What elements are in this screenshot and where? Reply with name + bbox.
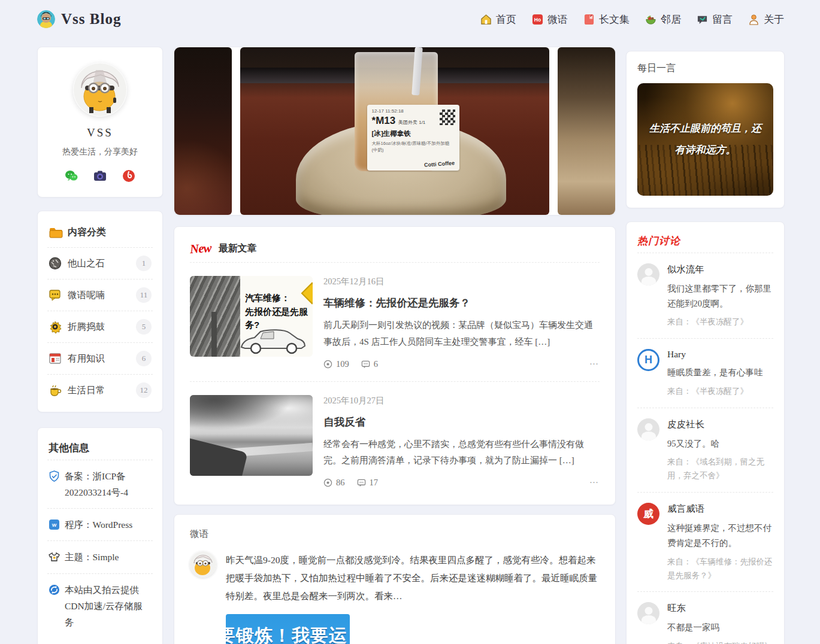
label-time: 12-17 11:52:18	[372, 108, 404, 114]
nav-item-home[interactable]: 首页	[480, 13, 516, 26]
info-text: 本站由又拍云提供CDN加速/云存储服务	[65, 582, 152, 630]
commenter-name: 威言威语	[667, 503, 773, 515]
svg-text:Ho: Ho	[534, 17, 541, 23]
nav-item-about[interactable]: 关于	[748, 13, 784, 26]
tshirt-icon	[49, 551, 60, 563]
camera-icon[interactable]	[93, 169, 107, 183]
thumb-shore	[190, 435, 248, 475]
nav-label: 微语	[547, 13, 568, 26]
label-code: *M13	[372, 115, 396, 126]
commenter-avatar	[637, 602, 659, 624]
netease-music-icon[interactable]	[122, 169, 135, 183]
latest-articles-title: 最新文章	[219, 242, 257, 255]
category-item-knowledge[interactable]: 有用知识 6	[47, 342, 153, 374]
carousel-slide-next[interactable]	[558, 47, 615, 215]
comment-text: 这种挺难界定，不过想不付费肯定是不行的。	[667, 521, 773, 550]
label-brand: Cotti Coffee	[424, 160, 455, 168]
nav-item-articles[interactable]: 长文集	[583, 13, 630, 26]
carousel-slide-prev[interactable]	[174, 47, 232, 215]
article-date: 2025年12月16日	[323, 276, 594, 287]
comment-source[interactable]: 来自：《半夜冻醒了》	[667, 315, 773, 329]
nav-item-messages[interactable]: 留言	[697, 13, 733, 26]
weiyu-avatar	[190, 551, 216, 578]
thumb-sketch-pole	[211, 312, 217, 357]
gear-icon	[49, 320, 62, 333]
nav-item-weiyu[interactable]: Ho 微语	[532, 13, 568, 26]
comment-source[interactable]: 来自：《半夜冻醒了》	[667, 385, 773, 399]
comment-source[interactable]: 来自：《车辆维修：先报价还是先服务？》	[667, 555, 773, 583]
daily-quote-title: 每日一言	[637, 62, 773, 75]
eye-icon	[323, 478, 332, 487]
commenter-name: Hary	[667, 349, 773, 360]
shield-icon	[49, 470, 60, 482]
hot-discussions-card: 热门讨论 似水流年 我们这里都零下了，你那里还能到20度啊。 来自：《半夜冻醒了…	[626, 221, 785, 644]
weiyu-post: 昨天气温9-20度，睡觉前一点都没感觉到冷。结果夜里四点多醒了，感觉有些冷。想着…	[190, 551, 600, 606]
weiyu-card: 微语 昨天气温9-20度，睡觉前一点都没感觉到冷。结果夜里四点多醒了，感觉有些冷…	[174, 514, 616, 644]
views-stat: 109	[323, 359, 349, 369]
other-info-card: 其他信息 备案：浙ICP备2022033214号-4 W 程序：WordPres…	[37, 427, 163, 644]
top-navbar: Vss Blog 首页 Ho 微语 长文集 邻居	[0, 0, 820, 38]
discussion-item[interactable]: H Hary 睡眠质量差，是有心事哇 来自：《半夜冻醒了》	[637, 338, 773, 408]
daily-quote-text: 生活不止眼前的苟且，还有诗和远方。	[646, 118, 765, 160]
article-row[interactable]: 2025年10月27日 自我反省 经常会有一种感觉，心里不踏实，总感觉有些有些什…	[190, 381, 600, 500]
category-label: 生活日常	[68, 384, 130, 397]
profile-avatar[interactable]	[73, 63, 127, 117]
article-body: 2025年10月27日 自我反省 经常会有一种感觉，心里不踏实，总感觉有些有些什…	[323, 395, 600, 488]
more-options-button[interactable]: …	[589, 475, 600, 485]
article-title[interactable]: 自我反省	[323, 415, 594, 429]
photo-carousel: 12-17 11:52:1810 *M13 美团外卖 1/1 [冰]生椰拿铁 大…	[174, 47, 616, 215]
site-title: Vss Blog	[61, 11, 121, 28]
category-count-badge: 5	[136, 319, 152, 335]
hot-discussions-title: 热门讨论	[637, 234, 773, 253]
label-sub: 美团外卖 1/1	[398, 120, 425, 125]
daily-quote-card: 每日一言 生活不止眼前的苟且，还有诗和远方。	[626, 51, 785, 208]
article-row[interactable]: 汽车维修： 先报价还是先服务? 2025年12月16日 车辆维修：先报价还是先服…	[190, 262, 600, 381]
upyun-cdn-icon	[49, 584, 60, 596]
categories-header: 内容分类	[47, 222, 153, 247]
info-text: 备案：浙ICP备2022033214号-4	[65, 468, 152, 500]
more-options-button[interactable]: …	[589, 357, 600, 367]
message-bubble-icon	[697, 14, 708, 25]
comment-source[interactable]: 来自：《库迪没有瑞幸好喝》	[667, 640, 773, 644]
category-item-tinker[interactable]: 折腾捣鼓 5	[47, 311, 153, 342]
discussion-item[interactable]: 旺东 不都是一家吗 来自：《库迪没有瑞幸好喝》	[637, 591, 773, 644]
article-excerpt: 前几天刷到一则引发热议的视频：某品牌（疑似宝马）车辆发生交通事故后，4S 店工作…	[323, 317, 594, 351]
discussion-item[interactable]: 皮皮社长 95又没了。哈 来自：《域名到期，留之无用，弃之不舍》	[637, 408, 773, 493]
category-item-daily[interactable]: 生活日常 12	[47, 374, 153, 406]
discussion-item[interactable]: 似水流年 我们这里都零下了，你那里还能到20度啊。 来自：《半夜冻醒了》	[637, 253, 773, 338]
eye-icon	[323, 360, 332, 369]
profile-name: VSS	[47, 126, 153, 139]
weiyu-post-image[interactable]: 要锻炼！我要运	[226, 614, 350, 644]
thumb-clouds	[190, 395, 313, 439]
photo-cup-label: 12-17 11:52:1810 *M13 美团外卖 1/1 [冰]生椰拿铁 大…	[367, 105, 460, 171]
nest-icon	[645, 14, 656, 25]
article-thumbnail[interactable]	[190, 395, 313, 476]
wordpress-icon: W	[49, 519, 60, 530]
category-item-stone[interactable]: 他山之石 1	[47, 247, 153, 279]
category-label: 微语呢喃	[68, 289, 130, 302]
info-row-icp[interactable]: 备案：浙ICP备2022033214号-4	[47, 460, 153, 508]
article-title[interactable]: 车辆维修：先报价还是先服务？	[323, 296, 594, 310]
comment-source[interactable]: 来自：《域名到期，留之无用，弃之不舍》	[667, 455, 773, 483]
comment-text: 我们这里都零下了，你那里还能到20度啊。	[667, 281, 773, 311]
weiyu-badge-icon: Ho	[532, 14, 543, 25]
commenter-name: 皮皮社长	[667, 418, 773, 431]
carousel-slide-current[interactable]: 12-17 11:52:1810 *M13 美团外卖 1/1 [冰]生椰拿铁 大…	[240, 47, 549, 215]
site-logo[interactable]: Vss Blog	[37, 10, 121, 28]
nav-item-neighbors[interactable]: 邻居	[645, 13, 681, 26]
other-info-title: 其他信息	[47, 440, 153, 460]
commenter-avatar	[637, 263, 659, 285]
person-icon	[748, 14, 760, 25]
wechat-icon[interactable]	[65, 169, 78, 183]
weiyu-title: 微语	[190, 528, 600, 540]
category-item-weiyu[interactable]: 微语呢喃 11	[47, 279, 153, 311]
article-date: 2025年10月27日	[323, 395, 594, 406]
coffee-cup-icon	[49, 384, 62, 397]
discussion-item[interactable]: 威 威言威语 这种挺难界定，不过想不付费肯定是不行的。 来自：《车辆维修：先报价…	[637, 492, 773, 591]
article-thumbnail[interactable]: 汽车维修： 先报价还是先服务?	[190, 276, 313, 357]
main-column: 12-17 11:52:1810 *M13 美团外卖 1/1 [冰]生椰拿铁 大…	[174, 47, 616, 644]
social-links	[47, 169, 153, 183]
commenter-avatar	[637, 418, 659, 441]
info-row-cdn[interactable]: 本站由又拍云提供CDN加速/云存储服务	[47, 573, 153, 638]
article-meta: 86 17	[323, 478, 594, 488]
